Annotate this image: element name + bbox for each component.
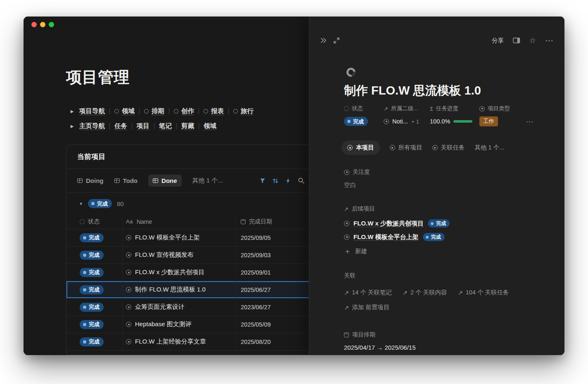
group-count: 80 [117, 200, 124, 207]
nav-link[interactable]: 报表 [204, 107, 224, 116]
row-date-cell[interactable] [236, 351, 318, 355]
nav-link[interactable]: 任务 [114, 122, 127, 130]
nav-link[interactable]: 领域 [204, 122, 216, 130]
row-name-cell[interactable]: 众筹页面元素设计 [123, 299, 236, 315]
row-date-cell[interactable]: 2025/09/01 [236, 264, 318, 281]
row-name-cell[interactable]: FLO.W 上架经验分享文章 [123, 333, 236, 350]
tab-todo[interactable]: Todo [114, 177, 138, 184]
row-name-cell[interactable]: Heptabase 图文测评 [123, 316, 236, 333]
nav-separator [139, 108, 140, 114]
tab-this-project[interactable]: 本项目 [341, 140, 380, 155]
followup-item[interactable]: FLO.W x 少数派共创项目 完成 [344, 219, 548, 228]
peek-page-ring-icon[interactable] [345, 66, 358, 79]
favorite-button[interactable]: ☆ [529, 37, 536, 44]
add-predecessor-button[interactable]: ↗ 添加 前置项目 [344, 303, 548, 311]
row-status-cell[interactable]: 完成 [76, 299, 123, 315]
relation-notes-link[interactable]: ↗ 14 个 关联笔记 [344, 289, 392, 296]
filter-icon[interactable] [259, 178, 266, 184]
status-badge: 完成 [423, 233, 445, 241]
row-status-cell[interactable]: 完成 [76, 351, 123, 355]
toggle-right-icon[interactable]: ▶ [69, 124, 75, 128]
row-date-cell[interactable]: 2025/08/20 [236, 333, 318, 350]
tab-all-projects[interactable]: 所有项目 [390, 144, 422, 152]
toggle-right-icon[interactable]: ▶ [69, 109, 75, 114]
project-target-icon [126, 270, 131, 275]
relation-tasks-link[interactable]: ↗ 104 个 关联任务 [458, 289, 509, 296]
relation-content-link[interactable]: ↗ 2 个 关联内容 [403, 289, 447, 296]
property-progress-value[interactable]: 100.0% [430, 116, 479, 126]
attention-empty-value[interactable]: 空白 [344, 181, 548, 189]
schedule-date-range[interactable]: 2025/04/17 → 2025/06/15 [344, 344, 548, 351]
close-peek-button[interactable] [320, 37, 327, 44]
sigma-icon: Σ [430, 106, 433, 112]
tab-linked-tasks[interactable]: 关联任务 [432, 144, 465, 152]
row-date-cell[interactable]: 2023/06/27 [236, 299, 318, 315]
page-circle-icon [233, 109, 238, 114]
row-date-cell[interactable]: 2025/05/09 [236, 316, 318, 333]
column-header-date[interactable]: 完成日期 [236, 214, 318, 229]
nav-link[interactable]: 创作 [174, 107, 194, 116]
peek-page-title[interactable]: 制作 FLO.W 思流模板 1.0 [344, 83, 548, 98]
row-status-cell[interactable]: 完成 [76, 333, 123, 350]
share-button[interactable]: 分享 [492, 37, 504, 45]
new-followup-button[interactable]: ＋ 新建 [344, 247, 548, 255]
row-status-cell[interactable]: 完成 [76, 264, 123, 281]
minimize-window-button[interactable] [40, 22, 45, 27]
page-circle-icon [174, 109, 178, 114]
property-parent-value[interactable]: Noti... + 1 [384, 116, 430, 126]
row-name-cell[interactable]: FLO.W x 少数派共创项目 [123, 264, 236, 281]
property-type: 项目类型 工作 [479, 105, 517, 126]
progress-bar [453, 120, 472, 123]
nav-link[interactable]: 笔记 [159, 122, 172, 130]
row-date-cell[interactable]: 2025/06/27 [236, 281, 318, 298]
row-status-cell[interactable]: 完成 [76, 316, 123, 333]
nav-link[interactable]: 领域 [114, 107, 135, 116]
page-circle-icon [204, 109, 208, 114]
nav-link[interactable]: 旅行 [233, 107, 254, 116]
more-properties-button[interactable]: ⋯ [526, 117, 533, 126]
nav-link[interactable]: 排期 [144, 107, 164, 116]
property-type-value[interactable]: 工作 [479, 116, 517, 126]
property-parent-label[interactable]: ↗ 所属二级... [384, 105, 430, 112]
side-peek-toggle-button[interactable] [513, 37, 520, 44]
tab-done[interactable]: Done [148, 175, 182, 187]
more-options-button[interactable]: ⋯ [545, 36, 554, 45]
row-name-cell[interactable]: 制作 FLO.W 思流模板 1.0 [123, 281, 236, 298]
property-parent: ↗ 所属二级... Noti... + 1 [384, 105, 430, 126]
row-status-cell[interactable]: 完成 [76, 247, 123, 263]
row-name-cell[interactable] [123, 351, 236, 355]
property-status-label[interactable]: 状态 [344, 105, 384, 112]
toggle-down-icon[interactable]: ▼ [79, 201, 83, 206]
open-full-page-button[interactable] [333, 37, 340, 44]
row-date-cell[interactable]: 2025/09/05 [236, 229, 318, 246]
row-status-cell[interactable]: 完成 [76, 281, 123, 298]
nav-link[interactable]: 项目 [137, 122, 149, 130]
row-name-cell[interactable]: FLO.W 宣传视频发布 [123, 247, 236, 263]
arrow-ne-icon: ↗ [344, 206, 349, 212]
status-badge: 完成 [80, 303, 104, 312]
attention-section-label[interactable]: 关注度 [344, 168, 548, 176]
property-status-value[interactable]: 完成 [344, 116, 384, 126]
tab-more-linked-views[interactable]: 其他 1 个... [475, 144, 505, 152]
property-type-label[interactable]: 项目类型 [479, 105, 517, 112]
close-window-button[interactable] [31, 22, 37, 27]
row-name-cell[interactable]: FLO.W 模板全平台上架 [123, 229, 236, 246]
row-status-cell[interactable]: 完成 [76, 229, 123, 246]
search-icon[interactable] [298, 177, 305, 184]
followup-section-label[interactable]: ↗ 后续项目 [344, 205, 548, 213]
nav-link-home-nav[interactable]: 主页导航 [79, 122, 105, 130]
row-date-cell[interactable]: 2025/09/03 [236, 247, 318, 263]
group-status-badge[interactable]: 完成 [88, 199, 112, 208]
nav-link-project-nav[interactable]: 项目导航 [79, 107, 105, 116]
column-header-status[interactable]: 状态 [76, 214, 123, 229]
followup-item[interactable]: FLO.W 模板全平台上架 完成 [344, 233, 548, 241]
zoom-window-button[interactable] [49, 22, 54, 27]
tab-doing[interactable]: Doing [77, 177, 104, 184]
property-progress-label[interactable]: Σ 任务进度 [430, 105, 479, 112]
schedule-section-label[interactable]: 项目排期 [344, 331, 548, 339]
column-header-name[interactable]: Aa Name [123, 214, 236, 229]
bolt-icon[interactable] [285, 178, 292, 184]
sort-icon[interactable] [272, 178, 279, 184]
tab-more-views[interactable]: 其他 1 个... [192, 177, 223, 185]
nav-link[interactable]: 剪藏 [181, 122, 194, 130]
